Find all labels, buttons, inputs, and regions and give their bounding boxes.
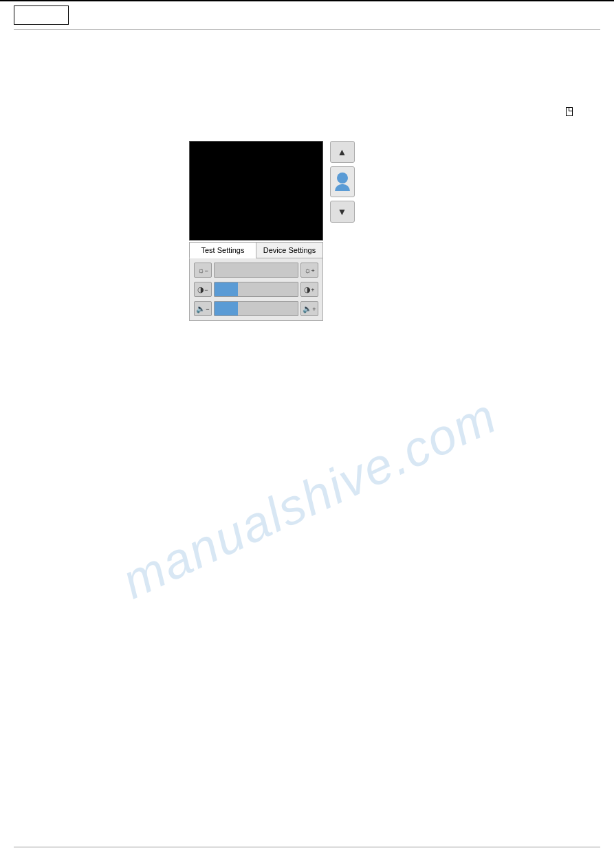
bottom-separator-line: [14, 847, 600, 847]
ui-panel: Test Settings Device Settings ☼− ☼+ ◑−: [189, 141, 358, 321]
contrast-row: ◑− ◑+: [194, 282, 318, 297]
watermark-text: manualshive.com: [113, 387, 505, 610]
contrast-increase-button[interactable]: ◑+: [300, 282, 318, 297]
tab-test-settings[interactable]: Test Settings: [189, 242, 256, 258]
scroll-up-button[interactable]: [330, 141, 355, 163]
avatar-body: [335, 184, 350, 191]
avatar-head: [337, 173, 348, 183]
brightness-row: ☼− ☼+: [194, 263, 318, 278]
video-preview: [189, 141, 323, 241]
down-arrow-icon: [338, 205, 347, 218]
page-icon: [566, 107, 573, 116]
video-controls: [327, 141, 358, 223]
up-arrow-icon: [338, 146, 347, 158]
brightness-increase-button[interactable]: ☼+: [300, 263, 318, 278]
settings-section: ☼− ☼+ ◑− ◑+ 🔈−: [189, 258, 323, 321]
top-label-box: [14, 5, 69, 25]
top-separator-line: [14, 29, 600, 30]
avatar-button[interactable]: [330, 166, 355, 197]
top-border: [0, 0, 614, 1]
contrast-plus-icon: ◑+: [304, 285, 314, 294]
brightness-slider-track[interactable]: [214, 263, 298, 278]
volume-minus-icon: 🔈−: [196, 304, 209, 313]
brightness-decrease-button[interactable]: ☼−: [194, 263, 212, 278]
video-section: [189, 141, 358, 241]
volume-decrease-button[interactable]: 🔈−: [194, 301, 212, 316]
page-reference: [564, 107, 573, 116]
contrast-slider-fill: [215, 282, 238, 296]
tabs-row: Test Settings Device Settings: [189, 242, 323, 258]
brightness-minus-icon: ☼−: [197, 266, 208, 274]
volume-plus-icon: 🔈+: [303, 304, 316, 313]
contrast-slider-track[interactable]: [214, 282, 298, 297]
volume-slider-track[interactable]: [214, 301, 298, 316]
volume-increase-button[interactable]: 🔈+: [300, 301, 318, 316]
volume-slider-fill: [215, 302, 238, 315]
scroll-down-button[interactable]: [330, 201, 355, 223]
tab-device-settings[interactable]: Device Settings: [256, 242, 323, 258]
contrast-minus-icon: ◑−: [197, 285, 208, 294]
watermark: manualshive.com: [72, 302, 547, 695]
person-icon: [334, 173, 351, 192]
contrast-decrease-button[interactable]: ◑−: [194, 282, 212, 297]
volume-row: 🔈− 🔈+: [194, 301, 318, 316]
brightness-plus-icon: ☼+: [304, 266, 314, 274]
